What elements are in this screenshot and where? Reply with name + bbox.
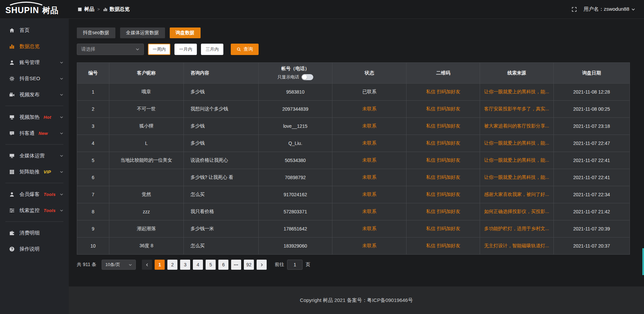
cell-date: 2021-11-07 22:34 [553,186,630,203]
cell-nickname: 潮起潮落 [109,220,183,238]
sidebar-item-matrix-boost[interactable]: 矩阵助推 VIP [0,164,69,180]
cell-date: 2021-11-07 22:41 [553,152,630,169]
page-button-5[interactable]: 5 [206,260,216,270]
cell-no: 6 [77,169,109,186]
cell-qr-link[interactable]: 私信 扫码加好友 [407,152,480,169]
cell-status: 未联系 [332,186,407,203]
range-week-button[interactable]: 一周内 [148,44,170,55]
sidebar-divider [5,144,63,145]
cell-content: 多少钱一米 [184,220,258,238]
sidebar-item-member-baoke[interactable]: 会员爆客 Tools [0,186,69,202]
cell-content: 怎么买 [184,186,258,203]
cell-account: 178651642 [258,220,332,238]
cell-source-link[interactable]: 如何正确选择投影仪，买投影... [480,203,553,220]
sidebar-item-lead-monitor[interactable]: 线索监控 Tools [0,202,69,218]
cell-source-link[interactable]: 无主灯设计，智能磁吸轨道灯... [480,238,553,255]
screen-icon [9,114,15,120]
sidebar-item-label: 数据总览 [19,43,40,50]
cell-qr-link[interactable]: 私信 扫码加好友 [407,169,480,186]
sidebar-item-label: 抖客通 [19,130,35,137]
sidebar-item-video-publish[interactable]: 视频发布 [0,87,69,103]
cell-qr-link[interactable]: 私信 扫码加好友 [407,135,480,152]
user-menu[interactable]: 用户名：zswodun88 [584,6,635,12]
breadcrumb-root[interactable]: 树品 [77,6,94,12]
cell-account: 917024162 [258,186,332,203]
cell-qr-link[interactable]: 私信 扫码加好友 [407,220,480,238]
cell-content: 多少钱 [184,118,258,135]
sidebar-item-home[interactable]: 首页 [0,22,69,38]
page-button-4[interactable]: 4 [193,260,203,270]
cell-qr-link[interactable]: 私信 扫码加好友 [407,186,480,203]
cell-source-link[interactable]: 被大家追着问的客厅投影分享... [480,118,553,135]
prev-page-button[interactable] [142,260,152,270]
range-month-button[interactable]: 一月内 [174,44,197,55]
search-button[interactable]: 查询 [231,44,259,55]
cell-source-link[interactable]: 多功能护栏灯，适用于乡村文... [480,220,553,238]
cell-qr-link[interactable]: 私信 扫码加好友 [407,118,480,135]
cell-account: 183929060 [258,238,332,255]
phone-only-toggle[interactable] [302,74,313,80]
scrollbar-thumb[interactable] [642,248,644,275]
search-icon [236,47,241,52]
cell-source-link[interactable]: 让你一眼就爱上的黑科技，能... [480,152,553,169]
sidebar-item-video-heat[interactable]: 视频加热 Hot [0,109,69,125]
cell-date: 2021-11-07 22:41 [553,169,630,186]
cell-source-link[interactable]: 让你一眼就爱上的黑科技，能... [480,169,553,186]
cell-source-link[interactable]: 让你一眼就爱上的黑科技，能... [480,135,553,152]
page-button-6[interactable]: 6 [218,260,228,270]
tab-douyin-seo-data[interactable]: 抖音seo数据 [77,28,115,38]
cell-date: 2021-11-07 23:18 [553,118,630,135]
gear-icon [9,75,15,82]
page-button-3[interactable]: 3 [180,260,190,270]
wallet-icon [9,230,15,236]
page-button-2[interactable]: 2 [167,260,177,270]
cell-qr-link[interactable]: 私信 扫码加好友 [407,238,480,255]
cell-no: 1 [77,84,109,101]
page-button-92[interactable]: 92 [244,260,254,270]
table-row: 7 觉然 怎么买 917024162 未联系 私信 扫码加好友 感谢大家喜欢我家… [77,186,630,203]
video-camera-icon [9,92,15,98]
tab-inquiry-data[interactable]: 询盘数据 [170,28,201,38]
table-row: 5 当地比较能吃的一位美女 说说价格让我死心 50534380 未联系 私信 扫… [77,152,630,169]
cell-content: 多少钱 [184,135,258,152]
sidebar-item-account-management[interactable]: 账号管理 [0,54,69,70]
sidebar-item-doukotong[interactable]: 抖客通 New [0,125,69,141]
more-pages-button[interactable]: ••• [231,260,241,270]
cell-qr-link[interactable]: 私信 扫码加好友 [407,84,480,101]
sidebar-item-label: 视频加热 [19,114,40,120]
goto-unit-label: 页 [306,262,310,268]
breadcrumb-current[interactable]: 数据总览 [103,6,130,12]
tab-media-operation-data[interactable]: 全媒体运营数据 [120,28,165,38]
cell-source-link[interactable]: 让你一眼就爱上的黑科技，能... [480,84,553,101]
sidebar-item-douyin-seo[interactable]: 抖音SEO [0,70,69,87]
sidebar-item-label: 账号管理 [19,59,40,66]
range-quarter-button[interactable]: 三月内 [201,44,223,55]
cell-qr-link[interactable]: 私信 扫码加好友 [407,101,480,118]
page-button-1[interactable]: 1 [155,260,165,270]
cell-nickname: 当地比较能吃的一位美女 [109,152,183,169]
cell-qr-link[interactable]: 私信 扫码加好友 [407,203,480,220]
toggle-knob [302,75,307,80]
sidebar-divider [5,221,63,222]
cell-date: 2021-11-07 20:37 [553,238,630,255]
table-row: 6 多少钱? 让我死心 看 70898792 未联系 私信 扫码加好友 让你一眼… [77,169,630,186]
page-size-select[interactable]: 10条/页 [102,260,136,270]
sidebar-item-consumption-detail[interactable]: 消费明细 [0,225,69,241]
cell-source-link[interactable]: 客厅安装投影半年多了，真实... [480,101,553,118]
sidebar-item-data-overview[interactable]: 数据总览 [0,38,69,54]
cell-status: 未联系 [332,238,407,255]
sidebar-item-label: 操作说明 [19,246,40,252]
sidebar-item-label: 会员爆客 [19,191,40,198]
chevron-right-icon [260,263,264,267]
cell-source-link[interactable]: 感谢大家喜欢我家，被问了好... [480,186,553,203]
total-count-label: 共 911 条 [77,262,96,268]
goto-page-input[interactable] [287,260,303,270]
fullscreen-icon[interactable] [572,7,577,12]
chat-icon [9,130,15,136]
next-page-button[interactable] [257,260,267,270]
cell-no: 4 [77,135,109,152]
sidebar-item-operation-guide[interactable]: 操作说明 [0,241,69,257]
sidebar-item-media-operation[interactable]: 全媒体运营 [0,148,69,164]
cell-nickname: 不可一世 [109,101,183,118]
filter-select[interactable]: 请选择 [77,44,144,55]
